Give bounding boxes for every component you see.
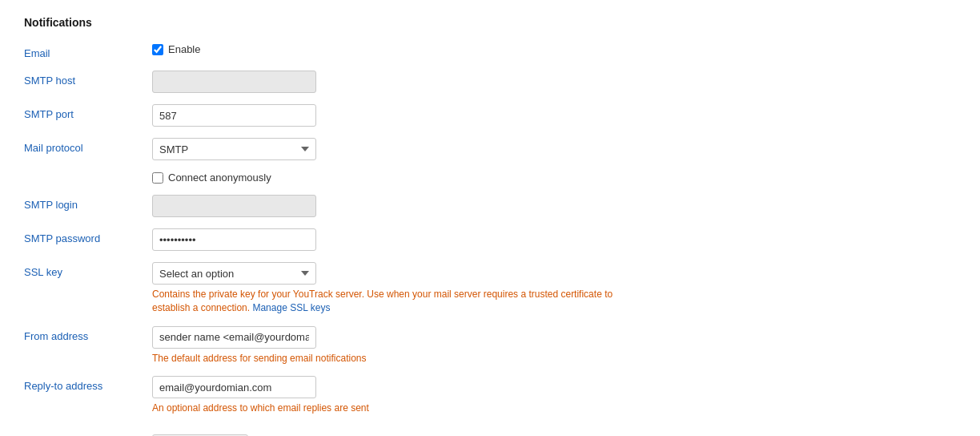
ssl-key-hint: Contains the private key for your YouTra… [152,288,633,315]
enable-checkbox[interactable] [152,44,163,55]
from-address-label: From address [24,326,152,342]
smtp-login-control [152,195,316,217]
smtp-host-row: SMTP host [24,71,956,93]
reply-to-control: An optional address to which email repli… [152,376,369,415]
ssl-key-label: SSL key [24,262,152,278]
connect-anonymously-row: Connect anonymously [152,172,956,184]
reply-to-row: Reply-to address An optional address to … [24,376,956,415]
mail-protocol-label: Mail protocol [24,138,152,154]
mail-protocol-row: Mail protocol SMTP SMTPS STARTTLS [24,138,956,160]
from-address-hint: The default address for sending email no… [152,352,367,365]
mail-protocol-select[interactable]: SMTP SMTPS STARTTLS [152,138,316,160]
smtp-login-input[interactable] [152,195,316,217]
mail-protocol-select-wrapper: SMTP SMTPS STARTTLS [152,138,316,160]
from-address-input[interactable] [152,326,316,349]
connect-anonymously-checkbox[interactable] [152,172,163,184]
notifications-section: Notifications Email Enable SMTP host SMT… [24,16,956,436]
smtp-port-control [152,104,316,127]
ssl-key-hint-text: Contains the private key for your YouTra… [152,289,612,313]
ssl-key-select-wrapper: Select an option [152,262,316,285]
email-label: Email [24,43,152,59]
email-control: Enable [152,43,200,55]
smtp-password-label: SMTP password [24,228,152,244]
ssl-key-row: SSL key Select an option Contains the pr… [24,262,956,315]
smtp-login-label: SMTP login [24,195,152,211]
section-title: Notifications [24,16,956,29]
enable-label[interactable]: Enable [168,43,200,55]
connect-anonymously-label[interactable]: Connect anonymously [168,172,271,184]
email-row: Email Enable [24,43,956,59]
ssl-key-select[interactable]: Select an option [152,262,316,285]
from-address-row: From address The default address for sen… [24,326,956,365]
ssl-key-control: Select an option Contains the private ke… [152,262,633,315]
from-address-control: The default address for sending email no… [152,326,367,365]
mail-protocol-control: SMTP SMTPS STARTTLS [152,138,316,160]
smtp-host-label: SMTP host [24,71,152,87]
manage-ssl-keys-link[interactable]: Manage SSL keys [252,302,330,313]
smtp-password-row: SMTP password [24,228,956,251]
smtp-password-input[interactable] [152,228,316,251]
smtp-host-control [152,71,316,93]
reply-to-hint: An optional address to which email repli… [152,402,369,415]
smtp-host-input[interactable] [152,71,316,93]
smtp-password-control [152,228,316,251]
smtp-port-input[interactable] [152,104,316,127]
enable-checkbox-row: Enable [152,43,200,55]
smtp-login-row: SMTP login [24,195,956,217]
reply-to-input[interactable] [152,376,316,398]
reply-to-label: Reply-to address [24,376,152,392]
smtp-port-label: SMTP port [24,104,152,120]
smtp-port-row: SMTP port [24,104,956,127]
